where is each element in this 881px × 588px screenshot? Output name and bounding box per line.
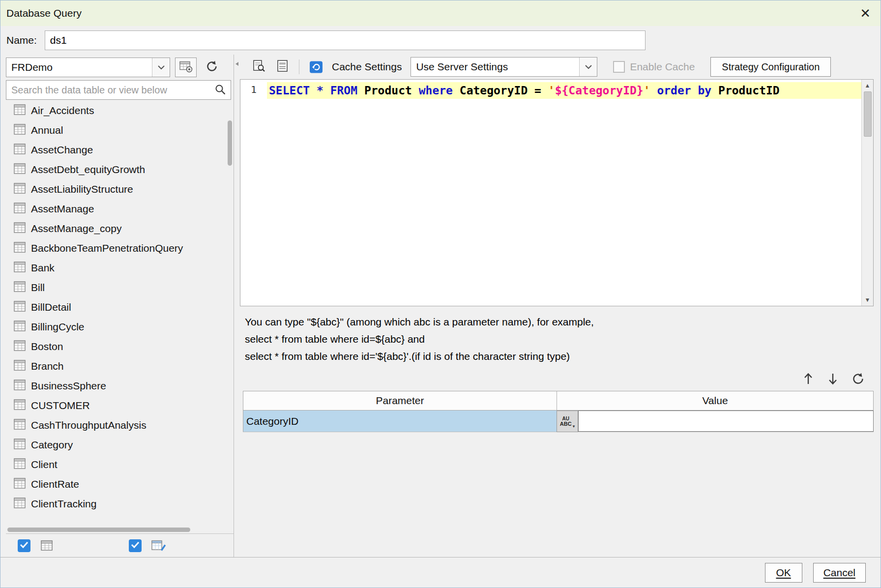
- table-icon: [14, 242, 26, 255]
- param-type-button[interactable]: AU ABC ▾: [557, 411, 578, 432]
- ok-button[interactable]: OK: [765, 563, 802, 583]
- sql-token: [323, 84, 330, 97]
- sql-editor[interactable]: 1 SELECT * FROM Product where CategoryID…: [240, 79, 874, 306]
- table-item-label: AssetLiabilityStructure: [31, 183, 133, 195]
- right-panel: Cache Settings Use Server Settings Enabl…: [240, 55, 881, 557]
- line-number-gutter: 1: [240, 80, 267, 306]
- table-list-item[interactable]: AssetLiabilityStructure: [6, 179, 234, 199]
- preview-icon: [252, 59, 265, 75]
- toolbar-separator: [299, 59, 299, 74]
- table-list-item[interactable]: Annual: [6, 120, 234, 140]
- table-edit-icon: [179, 60, 193, 75]
- editor-scrollbar[interactable]: ▲ ▼: [861, 80, 873, 306]
- table-list-item[interactable]: Air_Accidents: [6, 101, 234, 120]
- dialog-body: FRDemo: [0, 55, 881, 557]
- table-list-item[interactable]: AssetManage: [6, 199, 234, 219]
- table-list-item[interactable]: BillDetail: [6, 297, 234, 317]
- sql-token: Product: [357, 84, 419, 97]
- check-icon: [20, 541, 29, 550]
- table-list-item[interactable]: Branch: [6, 356, 234, 376]
- table-list-item[interactable]: BillingCycle: [6, 317, 234, 337]
- panel-splitter[interactable]: [234, 55, 240, 557]
- table-list-item[interactable]: BackboneTeamPenetrationQuery: [6, 238, 234, 258]
- enable-cache-checkbox[interactable]: [613, 61, 625, 73]
- table-list-item[interactable]: CashThroughputAnalysis: [6, 415, 234, 435]
- table-item-label: BackboneTeamPenetrationQuery: [31, 242, 183, 254]
- table-list-item[interactable]: CUSTOMER: [6, 396, 234, 415]
- sql-code-line[interactable]: SELECT * FROM Product where CategoryID =…: [267, 82, 861, 99]
- sql-token: [310, 84, 317, 97]
- table-item-label: Air_Accidents: [31, 105, 94, 117]
- scrollbar-thumb[interactable]: [864, 91, 872, 137]
- check-icon: [131, 541, 140, 550]
- connection-row: FRDemo: [6, 55, 234, 78]
- table-list-item[interactable]: AssetChange: [6, 140, 234, 160]
- chevron-down-icon[interactable]: [579, 58, 597, 76]
- sql-token: [691, 84, 698, 97]
- table-icon: [14, 203, 26, 216]
- table-list-item[interactable]: AssetManage_copy: [6, 219, 234, 238]
- table-list-item[interactable]: Bill: [6, 278, 234, 297]
- refresh-parameters-button[interactable]: [852, 372, 865, 385]
- chevron-down-icon[interactable]: [152, 58, 170, 77]
- cancel-button[interactable]: Cancel: [813, 563, 866, 583]
- table-list[interactable]: Air_Accidents Annual AssetChan: [6, 101, 234, 527]
- table-item-label: AssetManage_copy: [31, 223, 121, 235]
- search-input[interactable]: [6, 80, 231, 100]
- table-icon: [14, 163, 26, 176]
- refresh-connection-button[interactable]: [202, 58, 222, 77]
- sql-token: by: [698, 84, 712, 97]
- parameter-row[interactable]: CategoryID AU ABC ▾: [243, 411, 874, 432]
- parameter-value-input[interactable]: [578, 411, 874, 432]
- line-number: 1: [251, 84, 257, 95]
- list-horizontal-scrollbar[interactable]: [6, 527, 234, 533]
- table-list-item[interactable]: ClientRate: [6, 474, 234, 494]
- views-filter-checkbox[interactable]: [129, 539, 142, 552]
- move-up-button[interactable]: [802, 372, 814, 385]
- table-icon: [14, 439, 26, 452]
- connection-select[interactable]: FRDemo: [6, 58, 170, 77]
- value-column-header: Value: [557, 391, 873, 410]
- sql-code-area[interactable]: SELECT * FROM Product where CategoryID =…: [267, 80, 861, 306]
- table-item-label: CashThroughputAnalysis: [31, 419, 147, 431]
- table-item-label: Bank: [31, 262, 55, 274]
- table-item-label: Boston: [31, 341, 63, 353]
- format-sql-button[interactable]: [273, 58, 291, 76]
- table-item-label: Client: [31, 459, 58, 470]
- list-vertical-scrollbar[interactable]: [228, 120, 232, 166]
- table-item-label: Category: [31, 439, 73, 451]
- table-list-item[interactable]: Boston: [6, 337, 234, 356]
- parameter-help-text: You can type "${abc}" (among which abc i…: [240, 306, 874, 366]
- table-list-item[interactable]: Client: [6, 455, 234, 474]
- move-down-button[interactable]: [827, 372, 839, 385]
- scrollbar-thumb[interactable]: [7, 528, 190, 532]
- parameter-column-header: Parameter: [243, 391, 557, 410]
- database-query-dialog: Database Query ✕ Name: FRDemo: [0, 0, 881, 588]
- name-input[interactable]: [45, 30, 646, 50]
- tables-filter-checkbox[interactable]: [18, 539, 30, 552]
- sql-token: ProductID: [711, 84, 779, 97]
- preview-button[interactable]: [250, 58, 267, 76]
- table-item-label: AssetDebt_equityGrowth: [31, 164, 145, 176]
- table-list-item[interactable]: BusinessSphere: [6, 376, 234, 396]
- scroll-up-button[interactable]: ▲: [862, 80, 874, 91]
- table-list-item[interactable]: ClientTracking: [6, 494, 234, 514]
- strategy-configuration-button[interactable]: Strategy Configuration: [710, 57, 831, 77]
- sql-token: CategoryID =: [453, 84, 548, 97]
- table-item-label: ClientTracking: [31, 498, 96, 510]
- parameter-name-cell[interactable]: CategoryID: [243, 411, 557, 432]
- table-icon: [14, 478, 26, 491]
- name-label: Name:: [6, 34, 37, 46]
- cache-mode-value: Use Server Settings: [411, 61, 579, 73]
- scroll-down-button[interactable]: ▼: [862, 294, 874, 306]
- table-list-item[interactable]: AssetDebt_equityGrowth: [6, 160, 234, 179]
- close-button[interactable]: ✕: [860, 7, 871, 20]
- table-list-item[interactable]: Bank: [6, 258, 234, 278]
- parameter-table: Parameter Value CategoryID AU ABC ▾: [243, 391, 874, 432]
- collapse-left-icon[interactable]: [235, 59, 239, 557]
- edit-connection-button[interactable]: [175, 58, 197, 77]
- table-item-label: CUSTOMER: [31, 400, 90, 412]
- filter-row: [6, 533, 234, 557]
- cache-mode-select[interactable]: Use Server Settings: [411, 57, 597, 77]
- table-list-item[interactable]: Category: [6, 435, 234, 455]
